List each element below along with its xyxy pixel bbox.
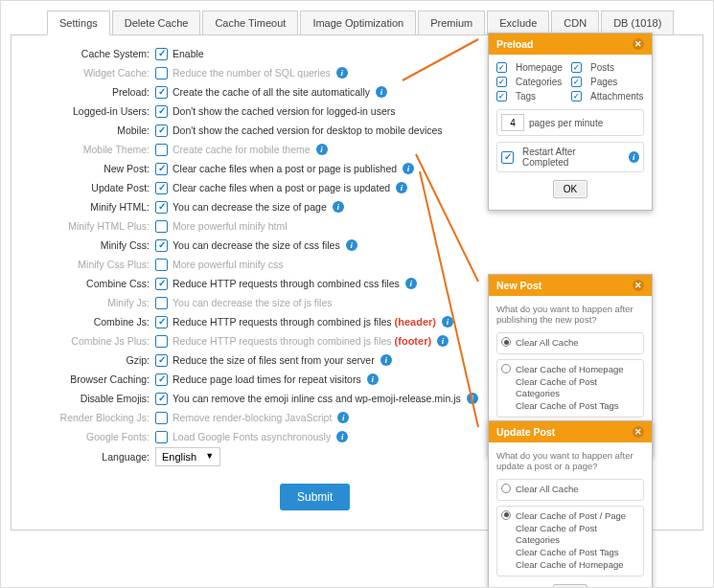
checkbox[interactable] (155, 316, 168, 328)
setting-desc: You can decrease the size of css files (173, 239, 340, 251)
checkbox[interactable] (155, 124, 168, 137)
info-icon[interactable]: i (442, 316, 453, 328)
setting-desc: Remove render-blocking JavaScript (173, 412, 332, 423)
updatepost-title: Update Post (496, 426, 555, 438)
info-icon[interactable]: i (403, 163, 414, 174)
tab-image-optimization[interactable]: Image Optimization (300, 11, 416, 35)
info-icon[interactable]: i (376, 86, 387, 98)
checkbox[interactable] (571, 77, 582, 87)
info-icon[interactable]: i (336, 431, 348, 442)
checkbox[interactable] (155, 239, 168, 252)
setting-label: Mobile Theme: (21, 144, 155, 155)
setting-label: Minify HTML: (21, 201, 155, 213)
radio-icon[interactable] (501, 364, 511, 373)
close-icon[interactable]: ✕ (633, 280, 644, 291)
radio-icon[interactable] (501, 484, 511, 493)
tab-settings[interactable]: Settings (47, 11, 110, 35)
setting-desc: You can decrease the size of js files (173, 297, 333, 308)
preload-opt-pages[interactable]: Pages (571, 77, 644, 87)
checkbox[interactable] (496, 62, 507, 73)
preload-opt-homepage[interactable]: Homepage (496, 62, 569, 73)
info-icon[interactable]: i (467, 393, 478, 404)
submit-button[interactable]: Submit (280, 484, 350, 510)
checkbox[interactable] (571, 62, 582, 73)
checkbox[interactable] (155, 412, 168, 424)
preload-opt-attachments[interactable]: Attachments (571, 91, 644, 102)
setting-desc: Reduce the size of files sent from your … (173, 354, 375, 366)
checkbox[interactable] (155, 48, 168, 60)
checkbox[interactable] (155, 105, 168, 118)
tab-cache-timeout[interactable]: Cache Timeout (202, 11, 298, 35)
checkbox[interactable] (496, 77, 507, 87)
newpost-opt2[interactable]: Clear Cache of Homepage Clear Cache of P… (496, 359, 644, 418)
setting-label: Preload: (21, 86, 155, 98)
tab-delete-cache[interactable]: Delete Cache (112, 11, 201, 35)
checkbox[interactable] (155, 259, 168, 271)
preload-opt-tags[interactable]: Tags (496, 91, 569, 102)
setting-label: Widget Cache: (21, 67, 155, 79)
info-icon[interactable]: i (337, 412, 349, 423)
setting-desc: Don't show the cached version for deskto… (173, 124, 443, 136)
setting-desc: You can remove the emoji inline css and … (173, 393, 461, 404)
setting-desc: More powerful minify html (173, 220, 288, 232)
newpost-title: New Post (496, 280, 541, 291)
close-icon[interactable]: ✕ (633, 38, 644, 50)
checkbox[interactable] (155, 335, 168, 348)
checkbox[interactable] (155, 220, 168, 233)
info-icon[interactable]: i (316, 144, 328, 155)
checkbox[interactable] (155, 182, 168, 194)
checkbox[interactable] (155, 67, 168, 79)
radio-icon[interactable] (501, 510, 511, 520)
checkbox[interactable] (155, 373, 168, 386)
setting-label: Mobile: (21, 124, 155, 136)
tab-premium[interactable]: Premium (418, 11, 485, 35)
preload-popup: Preload✕ HomepagePostsCategoriesPagesTag… (488, 33, 653, 211)
checkbox[interactable] (155, 201, 168, 214)
checkbox[interactable] (155, 86, 168, 99)
tabs: SettingsDelete CacheCache TimeoutImage O… (1, 1, 713, 35)
setting-desc: Load Google Fonts asynchronously (173, 431, 331, 442)
updatepost-opt2[interactable]: Clear Cache of Post / Page Clear Cache o… (496, 506, 644, 577)
ppm-label: pages per minute (529, 118, 603, 128)
info-icon[interactable]: i (629, 151, 639, 163)
preload-opt-posts[interactable]: Posts (571, 62, 644, 73)
info-icon[interactable]: i (336, 67, 348, 79)
setting-desc: Clear cache files when a post or page is… (173, 182, 390, 193)
setting-desc: Create cache for mobile theme (173, 144, 311, 155)
checkbox[interactable] (155, 278, 168, 290)
ppm-input[interactable] (501, 114, 524, 131)
info-icon[interactable]: i (396, 182, 407, 193)
checkbox[interactable] (155, 163, 168, 175)
setting-label: Combine Js Plus: (21, 335, 155, 347)
checkbox[interactable] (155, 393, 168, 405)
preload-opt-categories[interactable]: Categories (496, 77, 569, 87)
checkbox[interactable] (155, 354, 168, 367)
setting-label: Cache System: (21, 48, 155, 59)
restart-checkbox[interactable] (501, 151, 514, 164)
ok-button[interactable]: OK (553, 180, 587, 198)
info-icon[interactable]: i (346, 239, 357, 251)
radio-icon[interactable] (501, 337, 511, 347)
setting-desc: Reduce page load times for repeat visito… (173, 373, 361, 385)
info-icon[interactable]: i (380, 354, 392, 366)
info-icon[interactable]: i (333, 201, 344, 213)
info-icon[interactable]: i (437, 335, 449, 347)
language-label: Language: (21, 451, 155, 463)
info-icon[interactable]: i (405, 278, 417, 289)
checkbox[interactable] (496, 91, 507, 102)
checkbox[interactable] (155, 431, 168, 443)
restart-label: Restart After Completed (522, 147, 619, 168)
language-select[interactable]: English (155, 447, 220, 466)
close-icon[interactable]: ✕ (633, 426, 644, 438)
checkbox[interactable] (155, 297, 168, 309)
ok-button[interactable]: OK (553, 584, 587, 588)
newpost-opt1[interactable]: Clear All Cache (496, 332, 644, 354)
checkbox[interactable] (571, 91, 582, 102)
updatepost-opt1[interactable]: Clear All Cache (496, 479, 644, 501)
setting-desc: Enable (173, 48, 204, 59)
info-icon[interactable]: i (367, 373, 379, 385)
restart-row[interactable]: Restart After Completed i (496, 142, 644, 172)
checkbox[interactable] (155, 144, 168, 156)
setting-desc: Clear cache files when a post or page is… (173, 163, 397, 174)
preload-title: Preload (496, 38, 534, 50)
